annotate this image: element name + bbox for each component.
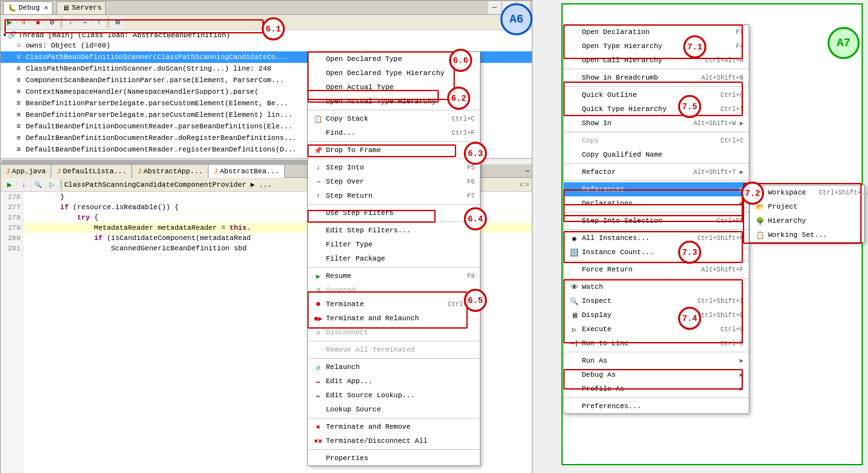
menu-references[interactable]: References ▶ <box>564 182 749 196</box>
menu-open-declaration[interactable]: Open Declaration F3 <box>564 25 749 39</box>
menu-preferences[interactable]: Preferences... <box>564 399 749 413</box>
disconnect-btn[interactable]: ⊘ <box>46 16 58 29</box>
menu-terminate-and-remove[interactable]: ✖ Terminate and Remove <box>308 420 480 434</box>
line-279: 279 <box>1 223 23 233</box>
menu-properties[interactable]: Properties <box>308 451 480 465</box>
menu-refactor[interactable]: Refactor Alt+Shift+T ▶ <box>564 165 749 179</box>
maximize-btn[interactable]: □ <box>502 1 515 14</box>
source-tab-defaultlista[interactable]: J DefaultLista... <box>51 165 132 178</box>
tab-servers[interactable]: 🖥 Servers <box>56 1 106 14</box>
hierarchy-icon: 🌳 <box>755 216 765 226</box>
minimize-btn[interactable]: ─ <box>488 1 501 14</box>
menu-show-in-breadcrumb[interactable]: Show in Breadcrumb Alt+Shift+B <box>564 71 749 85</box>
use-step-filters-btn[interactable]: ⚙ <box>111 16 124 29</box>
menu-remove-all-terminated[interactable]: Remove All Terminated <box>308 343 480 357</box>
menu-show-in[interactable]: Show In Alt+Shift+W ▶ <box>564 116 749 130</box>
menu-terminate-and-relaunch[interactable]: ■▶ Terminate and Relaunch <box>308 311 480 325</box>
menu-open-declared-type[interactable]: Open Declared Type <box>308 52 480 66</box>
step-into-btn[interactable]: ↓ <box>64 16 77 29</box>
menu-use-step-filters[interactable]: Use Step Filters <box>308 206 480 220</box>
menu-suspend[interactable]: ⏸ Suspend <box>308 283 480 297</box>
menu-lookup-source[interactable]: Lookup Source <box>308 402 480 417</box>
separator <box>61 17 62 28</box>
menu-watch[interactable]: 👁 Watch <box>564 280 749 294</box>
menu-terminate-disconnect-all[interactable]: ✖✖ Terminate/Disconnect All <box>308 434 480 448</box>
menu-open-type-hierarchy[interactable]: Open Type Hierarchy F4 <box>564 39 749 53</box>
menu-relaunch[interactable]: ↺ Relaunch <box>308 360 480 374</box>
step-into-selection-shortcut: Ctrl+F5 <box>717 218 744 225</box>
menu-step-over[interactable]: → Step Over F6 <box>308 175 480 189</box>
menu-filter-type[interactable]: Filter Type <box>308 237 480 252</box>
resume-btn[interactable]: ▶ <box>3 16 16 29</box>
menu-copy-qualified-name[interactable]: Copy Qualified Name <box>564 148 749 162</box>
submenu-working-set[interactable]: 📋 Working Set... <box>750 228 864 242</box>
tab-close-icon[interactable]: ✕ <box>44 4 48 12</box>
suspend-btn[interactable]: ⏸ <box>17 16 30 29</box>
expand-arrow[interactable]: ▼ <box>3 32 6 38</box>
menu-step-into-selection[interactable]: Step Into Selection Ctrl+F5 <box>564 214 749 228</box>
menu-declarations[interactable]: Declarations ▶ <box>564 196 749 211</box>
menu-find[interactable]: Find... Ctrl+F <box>308 126 480 140</box>
menu-terminate[interactable]: ■ Terminate Ctrl+F2 <box>308 297 480 311</box>
frame-text-4: BeanDefinitionParserDelegate.parseCustom… <box>26 99 288 107</box>
source-tab-abstractapp[interactable]: J AbstractApp... <box>132 165 208 178</box>
menu-filter-package[interactable]: Filter Package <box>308 252 480 266</box>
view-menu-btn[interactable]: ▼ <box>516 16 529 29</box>
menu-edit-app[interactable]: ✏ Edit App... <box>308 374 480 388</box>
menu-quick-outline[interactable]: Quick Outline Ctrl+O <box>564 88 749 102</box>
menu-execute[interactable]: ▷ Execute Ctrl+U <box>564 322 749 336</box>
menu-disconnect[interactable]: ⊘ Disconnect <box>308 325 480 340</box>
submenu-workspace[interactable]: 📁 Workspace Ctrl+Shift+... <box>750 185 864 200</box>
breadcrumb-icon <box>569 73 579 83</box>
menu-resume-label: Resume <box>326 272 352 280</box>
menu-inspect[interactable]: 🔍 Inspect Ctrl+Shift+I <box>564 294 749 308</box>
menu-step-into[interactable]: ↓ Step Into F5 <box>308 160 480 175</box>
menu-display-label: Display <box>582 311 611 319</box>
source-run-btn[interactable]: ▷ <box>46 178 58 191</box>
source-step-into-btn[interactable]: ↓ <box>17 178 30 191</box>
submenu-hierarchy[interactable]: 🌳 Hierarchy <box>750 214 864 228</box>
sep9 <box>308 418 480 418</box>
source-classpath-btn[interactable]: 🔍 <box>31 178 44 191</box>
menu-resume[interactable]: ▶ Resume F8 <box>308 269 480 283</box>
tab-debug[interactable]: 🐛 Debug ✕ <box>3 1 53 14</box>
filter-package-icon <box>313 254 323 264</box>
menu-edit-step-filters[interactable]: Edit Step Filters... <box>308 223 480 237</box>
menu-quick-type-hierarchy[interactable]: Quick Type Hierarchy Ctrl+T <box>564 102 749 116</box>
source-resume-btn[interactable]: ▶ <box>3 178 16 191</box>
submenu-project[interactable]: 📂 Project <box>750 200 864 214</box>
menu-open-actual-type-hierarchy[interactable]: Open Actual Type Hierarchy <box>308 94 480 108</box>
menu-copy-r[interactable]: Copy Ctrl+C <box>564 133 749 148</box>
menu-all-instances[interactable]: ◉ All Instances... Ctrl+Shift+N <box>564 231 749 245</box>
source-tab-abstractbea[interactable]: J AbstractBea... <box>208 165 285 178</box>
step-return-btn[interactable]: ↑ <box>92 16 105 29</box>
submenu-references: 📁 Workspace Ctrl+Shift+... 📂 Project 🌳 H… <box>749 185 865 243</box>
menu-drop-to-frame[interactable]: 📌 Drop To Frame <box>308 143 480 157</box>
menu-step-return[interactable]: ↑ Step Return F7 <box>308 189 480 203</box>
sep10 <box>308 449 480 450</box>
step-over-btn[interactable]: → <box>78 16 91 29</box>
menu-debug-as[interactable]: Debug As ▶ <box>564 368 749 382</box>
menu-display[interactable]: 🖥 Display Ctrl+Shift+D <box>564 308 749 322</box>
stack-item-owns[interactable]: ○ owns: Object (id=60) <box>1 40 532 51</box>
menu-open-declared-type-hierarchy[interactable]: Open Declared Type Hierarchy <box>308 66 480 80</box>
menu-run-as[interactable]: Run As ▶ <box>564 354 749 368</box>
menu-force-return[interactable]: Force Return Alt+Shift+F <box>564 262 749 277</box>
menu-copy-stack[interactable]: 📋 Copy Stack Ctrl+C <box>308 112 480 126</box>
menu-open-actual-type[interactable]: Open Actual Type <box>308 80 480 94</box>
terminate-btn[interactable]: ■ <box>31 16 44 29</box>
tab-collapse-btn[interactable]: ─ <box>523 165 532 178</box>
close-btn[interactable]: ✕ <box>516 1 529 14</box>
menu-instance-count[interactable]: 🔢 Instance Count... <box>564 245 749 259</box>
properties-icon <box>313 453 323 463</box>
resume-icon: ▶ <box>313 271 323 281</box>
source-tab-app[interactable]: J App.java <box>1 165 51 178</box>
menu-profile-as[interactable]: Profile As ▶ <box>564 382 749 396</box>
menu-open-call-hierarchy[interactable]: Open Call Hierarchy Ctrl+Alt+H <box>564 53 749 67</box>
step-into-icon: ↓ <box>313 162 323 173</box>
frame-text-3: ContextNamespaceHandler(NamespaceHandler… <box>26 88 259 96</box>
menu-edit-source-lookup[interactable]: ✏ Edit Source Lookup... <box>308 388 480 402</box>
menu-drop-to-frame-label: Drop To Frame <box>326 146 381 154</box>
quick-type-hier-icon <box>569 104 579 114</box>
menu-run-to-line[interactable]: →| Run to Line Ctrl+R <box>564 336 749 350</box>
